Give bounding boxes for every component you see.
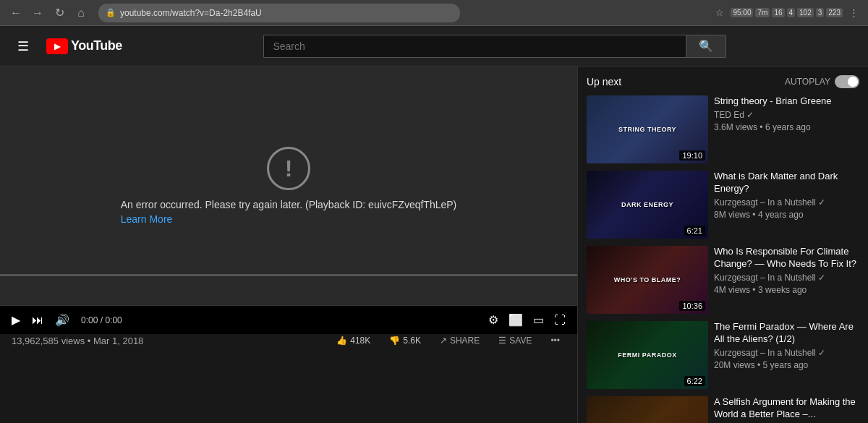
next-button[interactable]: ⏭ — [29, 311, 46, 330]
vid-stats-2: 4M views • 3 weeks ago — [714, 285, 859, 295]
share-button[interactable]: ↗ SHARE — [434, 333, 485, 349]
exclamation-icon: ! — [285, 155, 293, 182]
video-meta-bar: 13,962,585 views • Mar 1, 2018 👍 418K 👎 … — [12, 333, 566, 349]
autoplay-label: AUTOPLAY — [785, 77, 830, 87]
volume-button[interactable]: 🔊 — [52, 310, 72, 330]
thumbnail-3: FERMI PARADOX 6:22 — [587, 321, 708, 389]
thumb-text-3: FERMI PARADOX — [618, 351, 676, 359]
miniplayer-icon: ⬜ — [509, 313, 523, 327]
progress-bar[interactable] — [0, 274, 577, 276]
video-area: ! An error occurred. Please try again la… — [0, 67, 577, 423]
play-button[interactable]: ▶ — [9, 310, 23, 330]
thumb-duration-2: 10:36 — [679, 301, 705, 311]
search-input[interactable] — [263, 35, 686, 58]
save-button[interactable]: ☰ SAVE — [493, 333, 537, 349]
thumb-duration-0: 19:10 — [679, 150, 705, 161]
vid-channel-1: Kurzgesagt – In a Nutshell ✓ — [714, 197, 859, 208]
theatre-button[interactable]: ▭ — [530, 310, 547, 330]
error-content: ! An error occurred. Please try again la… — [121, 147, 457, 225]
like-button[interactable]: 👍 418K — [331, 333, 376, 349]
thumb-duration-3: 6:22 — [684, 376, 705, 386]
ext-badge-7: 223 — [826, 8, 843, 17]
youtube-logo[interactable]: ▶ YouTube — [46, 38, 122, 54]
video-list-item[interactable]: DARK ENERGY 6:21 What is Dark Matter and… — [587, 171, 859, 239]
ext-badge-4: 4 — [787, 8, 796, 17]
video-list-item[interactable]: EGOISTIC ALTRUISM 7:15 A Selfish Argumen… — [587, 396, 859, 423]
share-icon: ↗ — [440, 336, 447, 346]
vid-channel-0: TED Ed ✓ — [714, 110, 859, 120]
vid-channel-3: Kurzgesagt – In a Nutshell ✓ — [714, 348, 859, 358]
video-list-item[interactable]: WHO'S TO BLAME? 10:36 Who Is Responsible… — [587, 246, 859, 314]
video-views: 13,962,585 views • Mar 1, 2018 — [12, 336, 143, 346]
thumb-text-2: WHO'S TO BLAME? — [614, 276, 681, 283]
nav-buttons: ← → ↻ ⌂ — [6, 3, 91, 23]
more-button[interactable]: ••• — [545, 333, 566, 349]
video-list-item[interactable]: FERMI PARADOX 6:22 The Fermi Paradox — W… — [587, 321, 859, 389]
lock-icon: 🔒 — [106, 8, 116, 17]
error-message: An error occurred. Please try again late… — [121, 199, 457, 210]
thumb-bg-4 — [587, 396, 708, 423]
back-button[interactable]: ← — [6, 3, 26, 23]
up-next-header: Up next AUTOPLAY — [587, 75, 859, 88]
autoplay-toggle[interactable] — [835, 75, 859, 88]
thumb-text-1: DARK ENERGY — [621, 201, 673, 208]
settings-button[interactable]: ⚙ — [485, 310, 501, 330]
play-icon: ▶ — [12, 313, 20, 327]
reload-button[interactable]: ↻ — [49, 3, 69, 23]
vid-title-1: What is Dark Matter and Dark Energy? — [714, 171, 859, 195]
thumbnail-1: DARK ENERGY 6:21 — [587, 171, 708, 239]
like-icon: 👍 — [336, 336, 347, 346]
vid-title-3: The Fermi Paradox — Where Are All the Al… — [714, 321, 859, 346]
dislike-icon: 👎 — [389, 336, 400, 346]
video-item-info-4: A Selfish Argument for Making the World … — [714, 396, 859, 423]
browser-toolbar: ☆ 95:00 7m 16 4 102 3 223 ⋮ — [711, 4, 862, 22]
fullscreen-button[interactable]: ⛶ — [551, 311, 569, 330]
video-item-info-3: The Fermi Paradox — Where Are All the Al… — [714, 321, 859, 389]
url-text: youtube.com/watch?v=Da-2h2B4faU — [120, 8, 262, 18]
search-button[interactable]: 🔍 — [686, 35, 726, 58]
star-button[interactable]: ☆ — [711, 4, 728, 22]
address-bar[interactable]: 🔒 youtube.com/watch?v=Da-2h2B4faU — [98, 4, 460, 22]
thumb-duration-1: 6:21 — [684, 226, 705, 236]
menu-button[interactable]: ⋮ — [845, 4, 862, 22]
home-button[interactable]: ⌂ — [71, 3, 91, 23]
dislike-button[interactable]: 👎 5.6K — [383, 333, 427, 349]
save-icon: ☰ — [498, 336, 506, 346]
video-item-info-1: What is Dark Matter and Dark Energy? Kur… — [714, 171, 859, 239]
more-icon: ••• — [550, 336, 560, 346]
video-item-info-0: String theory - Brian Greene TED Ed ✓ 3.… — [714, 95, 859, 163]
vid-channel-2: Kurzgesagt – In a Nutshell ✓ — [714, 273, 859, 283]
video-list-item[interactable]: STRING THEORY 19:10 String theory - Bria… — [587, 95, 859, 163]
vid-title-0: String theory - Brian Greene — [714, 95, 859, 108]
up-next-title: Up next — [587, 76, 621, 87]
vid-stats-0: 3.6M views • 6 years ago — [714, 122, 859, 132]
right-controls: ⚙ ⬜ ▭ ⛶ — [485, 310, 569, 330]
thumbnail-4: EGOISTIC ALTRUISM 7:15 — [587, 396, 708, 423]
forward-button[interactable]: → — [27, 3, 48, 23]
hamburger-menu-button[interactable]: ☰ — [12, 33, 35, 60]
time-display: 0:00 / 0:00 — [81, 315, 122, 325]
vid-title-2: Who Is Responsible For Climate Change? —… — [714, 246, 859, 270]
video-item-info-2: Who Is Responsible For Climate Change? —… — [714, 246, 859, 314]
skip-icon: ⏭ — [32, 314, 43, 327]
player-controls: ▶ ⏭ 🔊 0:00 / 0:00 ⚙ ⬜ — [0, 305, 577, 334]
search-icon: 🔍 — [699, 39, 713, 53]
player-background[interactable]: ! An error occurred. Please try again la… — [0, 67, 577, 305]
ext-badge-1: 95:00 — [731, 8, 753, 17]
autoplay-area: AUTOPLAY — [785, 75, 859, 88]
ext-badge-2: 7m — [755, 8, 770, 17]
thumbnail-2: WHO'S TO BLAME? 10:36 — [587, 246, 708, 314]
vid-title-4: A Selfish Argument for Making the World … — [714, 396, 859, 421]
fullscreen-icon: ⛶ — [554, 314, 566, 327]
miniplayer-button[interactable]: ⬜ — [506, 310, 526, 330]
learn-more-link[interactable]: Learn More — [121, 213, 173, 225]
ext-badge-3: 16 — [772, 8, 784, 17]
vid-stats-1: 8M views • 4 years ago — [714, 210, 859, 220]
main-layout: ! An error occurred. Please try again la… — [0, 67, 868, 423]
volume-icon: 🔊 — [55, 313, 69, 327]
youtube-logo-icon: ▶ — [46, 38, 68, 54]
thumbnail-0: STRING THEORY 19:10 — [587, 95, 708, 163]
error-text-area: An error occurred. Please try again late… — [121, 199, 457, 225]
search-form: 🔍 — [263, 35, 726, 58]
thumb-text-0: STRING THEORY — [618, 126, 676, 133]
